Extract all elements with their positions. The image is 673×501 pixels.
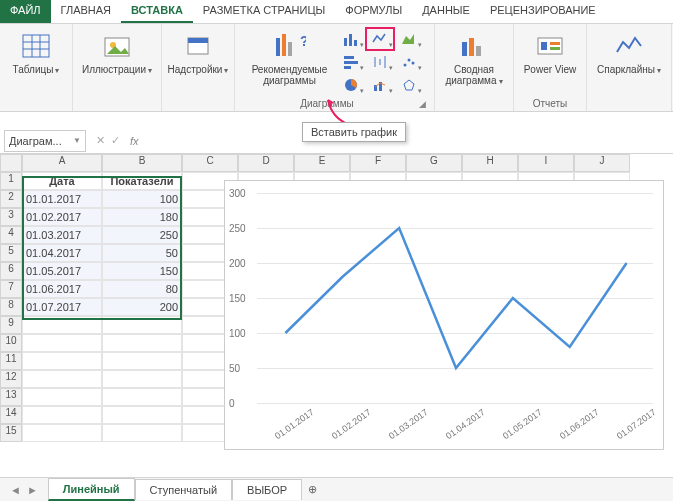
charts-dialog-launcher[interactable]: ◢ (417, 99, 428, 109)
enter-formula-icon[interactable]: ✓ (111, 134, 120, 147)
col-header-F[interactable]: F (350, 154, 406, 172)
cell[interactable]: 80 (102, 280, 182, 298)
radar-chart-button[interactable] (395, 74, 423, 96)
scatter-chart-button[interactable] (395, 51, 423, 73)
col-header-B[interactable]: B (102, 154, 182, 172)
col-header-E[interactable]: E (294, 154, 350, 172)
cell[interactable]: 01.07.2017 (22, 298, 102, 316)
tab-formulas[interactable]: ФОРМУЛЫ (335, 0, 412, 23)
cell[interactable] (102, 352, 182, 370)
cell[interactable] (102, 424, 182, 442)
cell[interactable]: 200 (102, 298, 182, 316)
sheet-tab-3[interactable]: ВЫБОР (232, 479, 302, 500)
tab-home[interactable]: ГЛАВНАЯ (51, 0, 121, 23)
cell[interactable]: 01.01.2017 (22, 190, 102, 208)
row-header[interactable]: 3 (0, 208, 22, 226)
sheet-tab-1[interactable]: Линейный (48, 478, 135, 501)
row-header[interactable]: 9 (0, 316, 22, 334)
chart-ytick: 100 (229, 328, 246, 339)
pivot-chart-label: Сводная диаграмма (443, 64, 505, 87)
row-header[interactable]: 7 (0, 280, 22, 298)
tab-review[interactable]: РЕЦЕНЗИРОВАНИЕ (480, 0, 606, 23)
bar-chart-button[interactable] (337, 51, 365, 73)
tables-button[interactable]: Таблицы (6, 28, 66, 78)
tab-insert[interactable]: ВСТАВКА (121, 0, 193, 23)
cell[interactable] (22, 424, 102, 442)
column-chart-button[interactable] (337, 28, 365, 50)
col-header-C[interactable]: C (182, 154, 238, 172)
row-header[interactable]: 4 (0, 226, 22, 244)
pivot-chart-button[interactable]: Сводная диаграмма (441, 28, 507, 89)
sheet-nav-prev-icon[interactable]: ◄ (10, 484, 21, 496)
chart-ytick: 50 (229, 363, 240, 374)
cell[interactable] (102, 316, 182, 334)
recommended-charts-button[interactable]: ? Рекомендуемые диаграммы (247, 28, 333, 88)
cell[interactable]: Покатазели (102, 172, 182, 190)
insert-line-tooltip: Вставить график (302, 122, 406, 142)
embedded-chart[interactable]: 05010015020025030001.01.201701.02.201701… (224, 180, 664, 450)
row-header[interactable]: 1 (0, 172, 22, 190)
line-chart-button[interactable] (366, 28, 394, 50)
cell[interactable] (102, 388, 182, 406)
cell[interactable]: 250 (102, 226, 182, 244)
svg-rect-15 (354, 40, 357, 46)
chart-xtick: 01.03.2017 (387, 407, 430, 441)
col-header-D[interactable]: D (238, 154, 294, 172)
sparklines-button[interactable]: Спарклайны (593, 28, 665, 78)
group-reports: Power View Отчеты (514, 24, 587, 111)
cell[interactable] (102, 406, 182, 424)
row-header[interactable]: 14 (0, 406, 22, 424)
cell[interactable]: 180 (102, 208, 182, 226)
add-sheet-button[interactable]: ⊕ (302, 483, 322, 496)
row-header[interactable]: 12 (0, 370, 22, 388)
col-header-A[interactable]: A (22, 154, 102, 172)
name-box[interactable]: Диаграм...▼ (4, 130, 86, 152)
row-header[interactable]: 13 (0, 388, 22, 406)
area-chart-button[interactable] (395, 28, 423, 50)
cell[interactable] (22, 370, 102, 388)
pie-chart-button[interactable] (337, 74, 365, 96)
cell[interactable]: 01.06.2017 (22, 280, 102, 298)
row-header[interactable]: 8 (0, 298, 22, 316)
sheet-nav-next-icon[interactable]: ► (27, 484, 38, 496)
cell[interactable]: 01.03.2017 (22, 226, 102, 244)
cell[interactable]: 01.04.2017 (22, 244, 102, 262)
cell[interactable]: 01.02.2017 (22, 208, 102, 226)
group-charts: ? Рекомендуемые диаграммы Диаграммы ◢ (235, 24, 435, 111)
cell[interactable] (22, 316, 102, 334)
addins-button[interactable]: Надстройки (168, 28, 228, 78)
row-header[interactable]: 11 (0, 352, 22, 370)
stock-chart-button[interactable] (366, 51, 394, 73)
tab-page-layout[interactable]: РАЗМЕТКА СТРАНИЦЫ (193, 0, 335, 23)
cell[interactable]: 50 (102, 244, 182, 262)
cell[interactable]: 01.05.2017 (22, 262, 102, 280)
column-headers-row: A B C D E F G H I J (0, 154, 673, 172)
cell[interactable] (22, 352, 102, 370)
cancel-formula-icon[interactable]: ✕ (96, 134, 105, 147)
sheet-tab-2[interactable]: Ступенчатый (135, 479, 232, 500)
tab-file[interactable]: ФАЙЛ (0, 0, 51, 23)
row-header[interactable]: 5 (0, 244, 22, 262)
illustrations-button[interactable]: Иллюстрации (79, 28, 155, 78)
cell[interactable]: 100 (102, 190, 182, 208)
select-all-corner[interactable] (0, 154, 22, 172)
cell[interactable] (22, 388, 102, 406)
col-header-H[interactable]: H (462, 154, 518, 172)
cell[interactable] (22, 334, 102, 352)
cell[interactable] (102, 370, 182, 388)
cell[interactable]: Дата (22, 172, 102, 190)
cell[interactable] (102, 334, 182, 352)
combo-chart-button[interactable] (366, 74, 394, 96)
col-header-G[interactable]: G (406, 154, 462, 172)
row-header[interactable]: 10 (0, 334, 22, 352)
row-header[interactable]: 15 (0, 424, 22, 442)
col-header-J[interactable]: J (574, 154, 630, 172)
col-header-I[interactable]: I (518, 154, 574, 172)
cell[interactable]: 150 (102, 262, 182, 280)
row-header[interactable]: 6 (0, 262, 22, 280)
powerview-button[interactable]: Power View (520, 28, 580, 77)
fx-label[interactable]: fx (130, 135, 139, 147)
row-header[interactable]: 2 (0, 190, 22, 208)
tab-data[interactable]: ДАННЫЕ (412, 0, 480, 23)
cell[interactable] (22, 406, 102, 424)
